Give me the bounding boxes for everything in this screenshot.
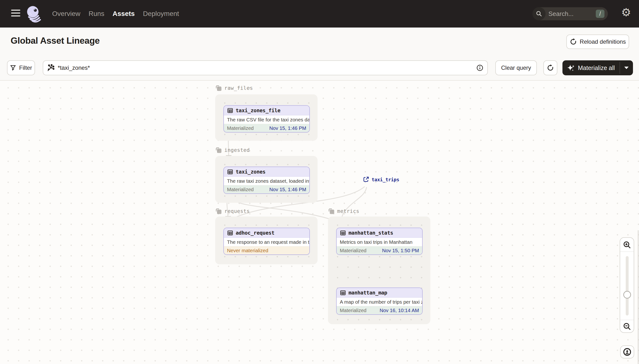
asset-group-icon	[215, 147, 222, 154]
filter-button[interactable]: Filter	[7, 60, 35, 75]
search-shortcut-badge: /	[596, 10, 604, 18]
status-label: Materialized	[227, 125, 254, 131]
asset-description: The raw taxi zones dataset, loaded int..…	[224, 177, 309, 186]
group-name: raw_files	[224, 85, 253, 91]
table-icon	[340, 230, 346, 236]
asset-group-icon	[215, 208, 222, 214]
main-nav: Overview Runs Assets Deployment	[52, 0, 179, 28]
asset-description: Metrics on taxi trips in Manhattan	[337, 238, 422, 246]
table-icon	[227, 230, 233, 236]
group-label-raw-files[interactable]: raw_files	[215, 85, 253, 92]
refresh-graph-button[interactable]	[543, 60, 557, 75]
group-name: metrics	[337, 208, 359, 214]
info-icon[interactable]	[476, 64, 483, 72]
asset-name: taxi_zones	[236, 169, 265, 175]
materialize-all-split-button: Materialize all	[562, 60, 633, 75]
lineage-graph-canvas[interactable]: raw_files taxi_zones_file The raw CSV fi…	[0, 80, 639, 364]
zoom-in-button[interactable]	[620, 238, 634, 252]
asset-status-bar: Materialized Nov 15, 1:46 PM	[224, 124, 309, 132]
table-icon	[227, 169, 233, 175]
zoom-slider[interactable]	[620, 252, 634, 320]
scrollbar-track[interactable]	[638, 230, 638, 364]
external-asset-name: taxi_trips	[372, 177, 399, 182]
group-name: ingested	[224, 147, 250, 153]
materialization-timestamp[interactable]: Nov 15, 1:50 PM	[382, 248, 419, 254]
asset-node-manhattan-map[interactable]: manhattan_map A map of the number of tri…	[336, 288, 423, 315]
materialization-timestamp[interactable]: Nov 15, 1:46 PM	[269, 125, 306, 131]
asset-status-bar: Materialized Nov 15, 1:50 PM	[337, 246, 422, 254]
external-link-icon	[363, 176, 369, 183]
refresh-icon	[570, 38, 577, 46]
external-asset-taxi-trips[interactable]: taxi_trips	[363, 176, 399, 183]
group-label-metrics[interactable]: metrics	[328, 208, 359, 214]
asset-name: taxi_zones_file	[236, 108, 280, 114]
asset-node-taxi-zones-file[interactable]: taxi_zones_file The raw CSV file for the…	[223, 105, 310, 132]
group-label-ingested[interactable]: ingested	[215, 147, 250, 154]
asset-name: manhattan_map	[348, 290, 387, 296]
download-icon	[623, 348, 631, 356]
materialize-options-button[interactable]	[620, 60, 633, 75]
magnifier-minus-icon	[623, 322, 631, 330]
page-title: Global Asset Lineage	[11, 36, 100, 46]
nav-deployment[interactable]: Deployment	[143, 10, 179, 18]
zoom-out-button[interactable]	[620, 320, 634, 332]
global-search[interactable]: /	[532, 7, 608, 20]
clear-query-label: Clear query	[501, 64, 531, 71]
refresh-icon	[547, 64, 554, 72]
status-label: Materialized	[340, 248, 367, 254]
asset-group-icon	[328, 208, 335, 214]
status-label: Materialized	[340, 308, 367, 313]
search-icon	[532, 7, 545, 20]
group-label-requests[interactable]: requests	[215, 208, 250, 214]
asset-description: The raw CSV file for the taxi zones dat.…	[224, 116, 309, 124]
nav-runs[interactable]: Runs	[89, 10, 104, 18]
asset-selector-icon	[47, 64, 54, 72]
chevron-down-icon	[624, 66, 628, 69]
zoom-slider-track[interactable]	[626, 256, 628, 316]
materialization-timestamp[interactable]: Nov 15, 1:46 PM	[269, 186, 306, 192]
reload-definitions-button[interactable]: Reload definitions	[566, 34, 629, 49]
asset-description: The response to an request made in th...	[224, 238, 309, 246]
materialize-all-button[interactable]: Materialize all	[562, 60, 620, 75]
gear-icon[interactable]: ⚙	[621, 6, 631, 19]
magnifier-plus-icon	[623, 241, 631, 249]
asset-node-taxi-zones[interactable]: taxi_zones The raw taxi zones dataset, l…	[223, 166, 310, 194]
filter-label: Filter	[19, 64, 32, 71]
zoom-controls	[620, 237, 634, 333]
sparkle-icon	[567, 64, 575, 72]
funnel-icon	[10, 65, 16, 71]
asset-status-bar: Materialized Nov 15, 1:46 PM	[224, 186, 309, 193]
dagster-logo[interactable]	[26, 5, 43, 23]
clear-query-button[interactable]: Clear query	[495, 60, 537, 75]
status-label: Materialized	[227, 186, 254, 192]
lineage-edges	[0, 80, 639, 364]
asset-group-icon	[215, 85, 222, 92]
zoom-slider-handle[interactable]	[623, 291, 631, 298]
download-graph-button[interactable]	[620, 346, 634, 358]
asset-status-bar: Never materialized	[224, 246, 309, 254]
asset-selection-input[interactable]	[58, 64, 476, 71]
app-header: Overview Runs Assets Deployment / ⚙	[0, 0, 639, 28]
table-icon	[227, 108, 233, 114]
asset-selection-input-container[interactable]	[43, 60, 488, 75]
asset-name: adhoc_request	[236, 230, 274, 236]
asset-node-manhattan-stats[interactable]: manhattan_stats Metrics on taxi trips in…	[336, 228, 423, 255]
group-name: requests	[224, 208, 250, 214]
table-icon	[340, 290, 346, 296]
asset-status-bar: Materialized Nov 16, 10:14 AM	[337, 306, 422, 314]
materialize-all-label: Materialize all	[578, 64, 615, 72]
nav-assets[interactable]: Assets	[113, 10, 135, 18]
nav-overview[interactable]: Overview	[52, 10, 81, 18]
asset-name: manhattan_stats	[348, 230, 393, 236]
status-label: Never materialized	[227, 248, 268, 254]
search-input[interactable]	[548, 10, 589, 18]
materialization-timestamp[interactable]: Nov 16, 10:14 AM	[380, 308, 419, 313]
reload-definitions-label: Reload definitions	[580, 38, 626, 45]
asset-node-adhoc-request[interactable]: adhoc_request The response to an request…	[223, 228, 310, 255]
menu-icon[interactable]	[11, 10, 21, 18]
asset-description: A map of the number of trips per taxi z.…	[337, 298, 422, 306]
